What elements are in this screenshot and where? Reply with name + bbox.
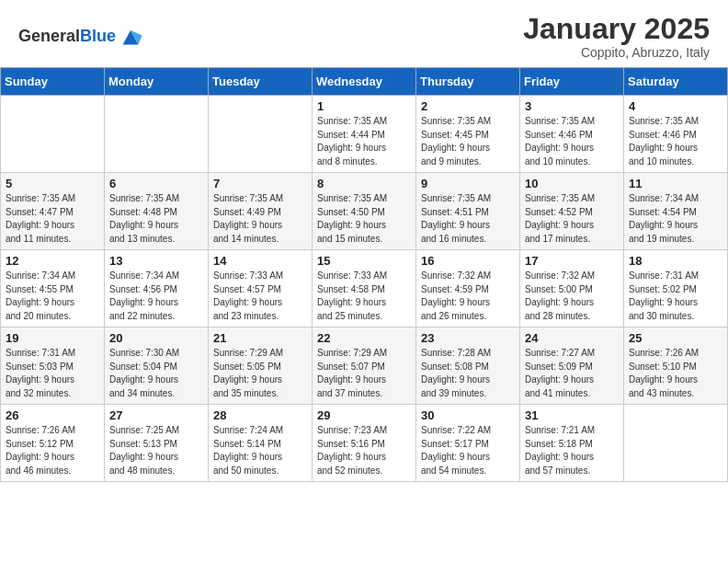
calendar-cell: 12Sunrise: 7:34 AM Sunset: 4:55 PM Dayli… <box>1 250 105 327</box>
header: GeneralBlue January 2025 Coppito, Abruzz… <box>0 0 728 67</box>
week-row-2: 5Sunrise: 7:35 AM Sunset: 4:47 PM Daylig… <box>1 173 728 250</box>
day-info: Sunrise: 7:21 AM Sunset: 5:18 PM Dayligh… <box>525 424 619 477</box>
day-info: Sunrise: 7:27 AM Sunset: 5:09 PM Dayligh… <box>525 347 619 400</box>
day-number: 23 <box>421 331 515 345</box>
day-info: Sunrise: 7:35 AM Sunset: 4:45 PM Dayligh… <box>421 115 515 168</box>
day-number: 17 <box>525 254 619 268</box>
day-number: 13 <box>109 254 203 268</box>
calendar-cell: 21Sunrise: 7:29 AM Sunset: 5:05 PM Dayli… <box>209 327 313 405</box>
day-number: 8 <box>317 177 411 190</box>
calendar-cell: 23Sunrise: 7:28 AM Sunset: 5:08 PM Dayli… <box>416 327 520 405</box>
week-row-3: 12Sunrise: 7:34 AM Sunset: 4:55 PM Dayli… <box>1 250 728 327</box>
page: GeneralBlue January 2025 Coppito, Abruzz… <box>0 0 728 563</box>
weekday-header-friday: Friday <box>520 68 624 96</box>
calendar-cell <box>209 96 313 173</box>
calendar-cell: 25Sunrise: 7:26 AM Sunset: 5:10 PM Dayli… <box>624 327 728 405</box>
calendar-table: SundayMondayTuesdayWednesdayThursdayFrid… <box>0 67 728 482</box>
calendar-cell: 8Sunrise: 7:35 AM Sunset: 4:50 PM Daylig… <box>313 173 416 250</box>
day-number: 27 <box>109 408 203 422</box>
calendar-cell: 31Sunrise: 7:21 AM Sunset: 5:18 PM Dayli… <box>520 405 624 482</box>
day-info: Sunrise: 7:23 AM Sunset: 5:16 PM Dayligh… <box>317 424 411 477</box>
day-number: 30 <box>421 408 515 422</box>
day-info: Sunrise: 7:26 AM Sunset: 5:10 PM Dayligh… <box>629 347 722 400</box>
day-info: Sunrise: 7:31 AM Sunset: 5:03 PM Dayligh… <box>6 347 99 400</box>
day-info: Sunrise: 7:30 AM Sunset: 5:04 PM Dayligh… <box>109 347 203 400</box>
logo-general-text: General <box>18 27 80 45</box>
weekday-header-wednesday: Wednesday <box>313 68 416 96</box>
weekday-header-thursday: Thursday <box>416 68 520 96</box>
day-info: Sunrise: 7:35 AM Sunset: 4:49 PM Dayligh… <box>213 192 307 246</box>
calendar-cell: 19Sunrise: 7:31 AM Sunset: 5:03 PM Dayli… <box>1 327 105 405</box>
calendar-cell: 1Sunrise: 7:35 AM Sunset: 4:44 PM Daylig… <box>313 96 416 173</box>
day-info: Sunrise: 7:29 AM Sunset: 5:05 PM Dayligh… <box>213 347 307 400</box>
calendar-cell: 3Sunrise: 7:35 AM Sunset: 4:46 PM Daylig… <box>520 96 624 173</box>
day-info: Sunrise: 7:35 AM Sunset: 4:51 PM Dayligh… <box>421 192 515 246</box>
day-info: Sunrise: 7:31 AM Sunset: 5:02 PM Dayligh… <box>629 270 722 323</box>
day-info: Sunrise: 7:35 AM Sunset: 4:46 PM Dayligh… <box>525 115 619 168</box>
weekday-header-saturday: Saturday <box>624 68 728 96</box>
day-info: Sunrise: 7:35 AM Sunset: 4:52 PM Dayligh… <box>525 192 619 246</box>
week-row-4: 19Sunrise: 7:31 AM Sunset: 5:03 PM Dayli… <box>1 327 728 405</box>
day-info: Sunrise: 7:26 AM Sunset: 5:12 PM Dayligh… <box>6 424 99 477</box>
calendar-cell <box>1 96 105 173</box>
calendar-cell: 18Sunrise: 7:31 AM Sunset: 5:02 PM Dayli… <box>624 250 728 327</box>
day-number: 25 <box>629 331 722 345</box>
day-number: 22 <box>317 331 411 345</box>
calendar-cell <box>624 405 728 482</box>
day-info: Sunrise: 7:32 AM Sunset: 5:00 PM Dayligh… <box>525 270 619 323</box>
calendar-cell: 29Sunrise: 7:23 AM Sunset: 5:16 PM Dayli… <box>313 405 416 482</box>
day-number: 4 <box>629 99 722 113</box>
week-row-1: 1Sunrise: 7:35 AM Sunset: 4:44 PM Daylig… <box>1 96 728 173</box>
day-number: 15 <box>317 254 411 268</box>
week-row-5: 26Sunrise: 7:26 AM Sunset: 5:12 PM Dayli… <box>1 405 728 482</box>
day-number: 1 <box>317 99 411 113</box>
day-info: Sunrise: 7:32 AM Sunset: 4:59 PM Dayligh… <box>421 270 515 323</box>
calendar-cell: 15Sunrise: 7:33 AM Sunset: 4:58 PM Dayli… <box>313 250 416 327</box>
day-info: Sunrise: 7:25 AM Sunset: 5:13 PM Dayligh… <box>109 424 203 477</box>
calendar-cell: 6Sunrise: 7:35 AM Sunset: 4:48 PM Daylig… <box>105 173 209 250</box>
weekday-header-row: SundayMondayTuesdayWednesdayThursdayFrid… <box>1 68 728 96</box>
calendar-cell: 20Sunrise: 7:30 AM Sunset: 5:04 PM Dayli… <box>105 327 209 405</box>
day-info: Sunrise: 7:33 AM Sunset: 4:58 PM Dayligh… <box>317 270 411 323</box>
day-info: Sunrise: 7:34 AM Sunset: 4:55 PM Dayligh… <box>6 270 99 323</box>
title-block: January 2025 Coppito, Abruzzo, Italy <box>523 13 710 60</box>
day-number: 26 <box>6 408 99 422</box>
day-number: 10 <box>525 177 619 190</box>
calendar-cell: 14Sunrise: 7:33 AM Sunset: 4:57 PM Dayli… <box>209 250 313 327</box>
logo-blue-text: Blue <box>80 27 116 45</box>
month-title: January 2025 <box>523 13 710 45</box>
day-number: 21 <box>213 331 307 345</box>
day-number: 24 <box>525 331 619 345</box>
day-number: 5 <box>6 177 99 190</box>
day-info: Sunrise: 7:34 AM Sunset: 4:56 PM Dayligh… <box>109 270 203 323</box>
calendar-cell: 27Sunrise: 7:25 AM Sunset: 5:13 PM Dayli… <box>105 405 209 482</box>
day-number: 31 <box>525 408 619 422</box>
calendar-cell: 11Sunrise: 7:34 AM Sunset: 4:54 PM Dayli… <box>624 173 728 250</box>
calendar-cell: 13Sunrise: 7:34 AM Sunset: 4:56 PM Dayli… <box>105 250 209 327</box>
calendar-cell: 16Sunrise: 7:32 AM Sunset: 4:59 PM Dayli… <box>416 250 520 327</box>
calendar-cell: 4Sunrise: 7:35 AM Sunset: 4:46 PM Daylig… <box>624 96 728 173</box>
calendar-cell: 10Sunrise: 7:35 AM Sunset: 4:52 PM Dayli… <box>520 173 624 250</box>
day-number: 11 <box>629 177 722 190</box>
day-info: Sunrise: 7:35 AM Sunset: 4:46 PM Dayligh… <box>629 115 722 168</box>
calendar-cell: 26Sunrise: 7:26 AM Sunset: 5:12 PM Dayli… <box>1 405 105 482</box>
day-number: 9 <box>421 177 515 190</box>
calendar-cell: 7Sunrise: 7:35 AM Sunset: 4:49 PM Daylig… <box>209 173 313 250</box>
day-number: 2 <box>421 99 515 113</box>
day-info: Sunrise: 7:29 AM Sunset: 5:07 PM Dayligh… <box>317 347 411 400</box>
day-info: Sunrise: 7:35 AM Sunset: 4:47 PM Dayligh… <box>6 192 99 246</box>
calendar-cell: 17Sunrise: 7:32 AM Sunset: 5:00 PM Dayli… <box>520 250 624 327</box>
day-number: 16 <box>421 254 515 268</box>
day-info: Sunrise: 7:28 AM Sunset: 5:08 PM Dayligh… <box>421 347 515 400</box>
day-number: 19 <box>6 331 99 345</box>
day-info: Sunrise: 7:35 AM Sunset: 4:50 PM Dayligh… <box>317 192 411 246</box>
calendar-cell: 24Sunrise: 7:27 AM Sunset: 5:09 PM Dayli… <box>520 327 624 405</box>
day-info: Sunrise: 7:33 AM Sunset: 4:57 PM Dayligh… <box>213 270 307 323</box>
day-number: 3 <box>525 99 619 113</box>
calendar-cell <box>105 96 209 173</box>
day-number: 6 <box>109 177 203 190</box>
day-info: Sunrise: 7:22 AM Sunset: 5:17 PM Dayligh… <box>421 424 515 477</box>
day-number: 20 <box>109 331 203 345</box>
day-number: 7 <box>213 177 307 190</box>
day-number: 29 <box>317 408 411 422</box>
